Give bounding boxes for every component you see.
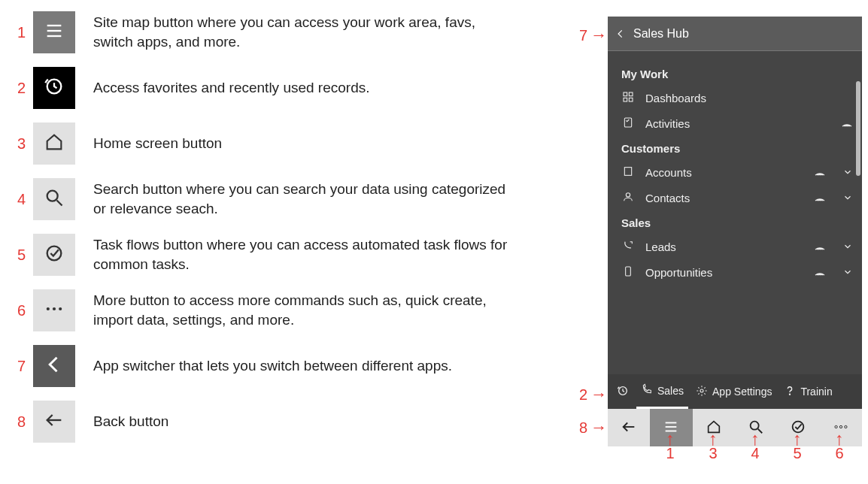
area-app-settings[interactable]: App Settings bbox=[691, 385, 776, 399]
legend-desc: App switcher that lets you switch betwee… bbox=[93, 356, 452, 376]
area-trainin[interactable]: Trainin bbox=[779, 385, 836, 399]
legend-number: 3 bbox=[5, 135, 26, 153]
legend-desc: Back button bbox=[93, 412, 168, 431]
nav-item-label: Accounts bbox=[645, 166, 803, 179]
svg-point-8 bbox=[53, 307, 56, 310]
callout-number: 2 bbox=[579, 386, 587, 404]
area-label: Trainin bbox=[800, 386, 832, 398]
legend-number: 5 bbox=[5, 247, 26, 264]
legend-tile-dots[interactable] bbox=[33, 289, 75, 331]
arrow-left-icon bbox=[44, 410, 65, 434]
svg-rect-11 bbox=[624, 92, 627, 96]
area-sales[interactable]: Sales bbox=[636, 374, 688, 409]
svg-line-5 bbox=[57, 201, 62, 206]
legend-desc: Access favorites and recently used recor… bbox=[93, 78, 370, 98]
help-icon bbox=[784, 385, 796, 399]
nav-item-opportunities[interactable]: Opportunities bbox=[608, 259, 862, 285]
svg-rect-14 bbox=[629, 98, 633, 101]
nav-item-label: Contacts bbox=[645, 192, 803, 204]
legend-number: 2 bbox=[5, 80, 26, 97]
expand-icon[interactable] bbox=[842, 167, 853, 177]
app-switcher-header[interactable]: Sales Hub bbox=[608, 17, 862, 51]
legend-desc: Site map button where you can access you… bbox=[93, 13, 514, 51]
area-recent[interactable] bbox=[612, 385, 633, 399]
account-icon bbox=[622, 165, 634, 180]
expand-icon[interactable] bbox=[842, 267, 853, 277]
svg-point-23 bbox=[790, 394, 791, 395]
expand-icon[interactable] bbox=[842, 241, 853, 252]
area-label: App Settings bbox=[712, 386, 772, 398]
dots-icon bbox=[44, 298, 65, 322]
legend-tile-search[interactable] bbox=[33, 178, 75, 220]
offline-available-icon bbox=[814, 240, 826, 253]
svg-point-19 bbox=[626, 192, 630, 196]
legend-tile-taskflow[interactable] bbox=[33, 234, 75, 276]
svg-point-9 bbox=[59, 307, 62, 310]
nav-item-label: Opportunities bbox=[645, 266, 803, 279]
nav-item-accounts[interactable]: Accounts bbox=[608, 159, 862, 185]
arrow-up-icon: ↑ bbox=[835, 433, 844, 445]
legend-tile-chev-left[interactable] bbox=[33, 345, 75, 387]
chev-left-icon bbox=[44, 354, 65, 378]
area-label: Sales bbox=[657, 385, 684, 397]
arrow-up-icon: ↑ bbox=[666, 433, 675, 445]
callout-number: 3 bbox=[709, 445, 718, 462]
nav-item-contacts[interactable]: Contacts bbox=[608, 185, 862, 210]
legend-number: 4 bbox=[5, 191, 26, 208]
legend-tile-arrow-left[interactable] bbox=[33, 401, 75, 443]
nav-item-activities[interactable]: Activities bbox=[608, 110, 862, 136]
nav-item-dashboards[interactable]: Dashboards bbox=[608, 85, 862, 110]
taskflow-icon bbox=[44, 243, 65, 267]
chevron-left-icon bbox=[615, 29, 626, 39]
svg-point-22 bbox=[700, 389, 703, 392]
arrow-left-icon bbox=[621, 419, 637, 437]
callout-number: 8 bbox=[579, 419, 587, 437]
legend-number: 1 bbox=[5, 24, 26, 41]
svg-point-7 bbox=[47, 307, 50, 310]
expand-icon[interactable] bbox=[842, 192, 853, 203]
legend-number: 8 bbox=[5, 413, 26, 431]
offline-available-icon bbox=[814, 166, 826, 178]
legend-number: 7 bbox=[5, 358, 26, 375]
svg-point-31 bbox=[835, 425, 837, 428]
offline-available-icon bbox=[841, 117, 853, 129]
recent-icon bbox=[617, 385, 629, 399]
legend-tile-recent[interactable] bbox=[33, 67, 75, 109]
svg-point-32 bbox=[839, 425, 842, 428]
search-icon bbox=[44, 187, 65, 211]
svg-rect-16 bbox=[624, 167, 631, 175]
arrow-up-icon: ↑ bbox=[709, 433, 718, 445]
activity-icon bbox=[622, 116, 634, 131]
svg-rect-15 bbox=[624, 118, 631, 127]
legend-desc: More button to access more commands such… bbox=[93, 291, 514, 329]
legend-number: 6 bbox=[5, 302, 26, 319]
callout-number: 7 bbox=[579, 27, 587, 44]
scrollbar-thumb[interactable] bbox=[856, 81, 860, 176]
svg-point-6 bbox=[47, 247, 62, 261]
offline-available-icon bbox=[814, 266, 826, 278]
gear-icon bbox=[696, 385, 708, 399]
dashboard-icon bbox=[622, 91, 634, 105]
section-header: Sales bbox=[608, 210, 862, 234]
sales-call-icon bbox=[641, 383, 653, 398]
section-header: Customers bbox=[608, 136, 862, 159]
svg-rect-13 bbox=[624, 98, 627, 101]
svg-rect-20 bbox=[626, 267, 631, 276]
nav-item-leads[interactable]: Leads bbox=[608, 234, 862, 259]
legend-desc: Home screen button bbox=[93, 134, 222, 153]
legend-desc: Search button where you can search your … bbox=[93, 180, 514, 218]
contact-icon bbox=[622, 191, 634, 205]
legend-tile-home[interactable] bbox=[33, 123, 75, 165]
nav-item-label: Leads bbox=[645, 240, 803, 253]
opp-icon bbox=[622, 265, 634, 280]
hamburger-icon bbox=[44, 20, 65, 44]
legend-tile-hamburger[interactable] bbox=[33, 11, 75, 53]
home-icon bbox=[44, 132, 65, 156]
callout-number: 4 bbox=[751, 445, 760, 462]
arrow-up-icon: ↑ bbox=[751, 433, 760, 445]
offline-available-icon bbox=[814, 192, 826, 204]
svg-point-4 bbox=[47, 191, 58, 201]
mobile-sitemap-panel: Sales Hub My WorkDashboardsActivitiesCus… bbox=[608, 17, 862, 446]
nav-item-label: Dashboards bbox=[645, 92, 853, 104]
callout-number: 5 bbox=[793, 445, 802, 462]
